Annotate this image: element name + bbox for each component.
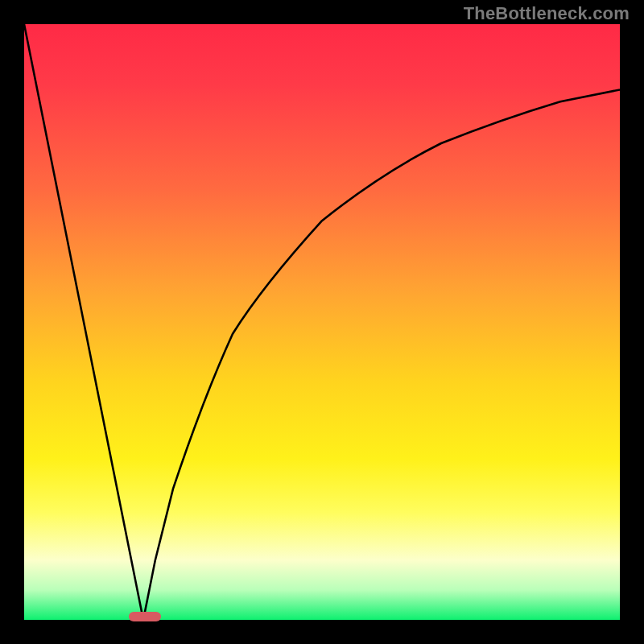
chart-frame: TheBottleneck.com <box>0 0 644 644</box>
attribution-watermark: TheBottleneck.com <box>464 3 630 24</box>
curve-right-branch <box>143 89 620 620</box>
plot-area <box>24 24 620 620</box>
optimal-range-marker <box>129 612 161 621</box>
curve-left-branch <box>24 24 143 620</box>
bottleneck-curve <box>24 24 620 620</box>
